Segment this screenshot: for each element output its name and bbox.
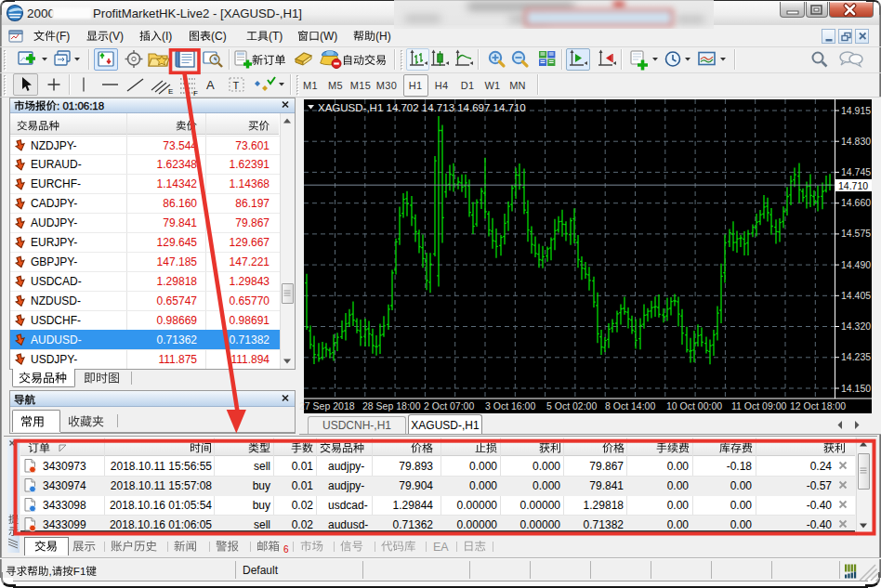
svg-text:F: F — [193, 89, 198, 98]
svg-text:3 Oct 16:00: 3 Oct 16:00 — [485, 400, 535, 412]
svg-text:(I): (I) — [162, 30, 172, 43]
svg-text:14.575: 14.575 — [841, 228, 871, 239]
svg-text:(F): (F) — [56, 30, 70, 43]
svg-text:11 Oct 09:00: 11 Oct 09:00 — [731, 400, 787, 412]
svg-text:(T): (T) — [269, 30, 283, 43]
svg-text:(H): (H) — [375, 30, 391, 43]
svg-text:XAGUSD-,H1 14.702 14.713 14.69: XAGUSD-,H1 14.702 14.713 14.697 14.710 — [318, 102, 526, 113]
svg-text:2 Oct 07:00: 2 Oct 07:00 — [424, 400, 474, 412]
svg-text:8 Oct 14:00: 8 Oct 14:00 — [605, 400, 655, 412]
svg-text:14.490: 14.490 — [841, 259, 871, 270]
svg-text:A: A — [206, 78, 215, 92]
svg-text:14.915: 14.915 — [841, 105, 871, 116]
svg-text:T: T — [233, 80, 240, 91]
svg-text:E: E — [168, 87, 173, 96]
svg-text:10 Oct 00:00: 10 Oct 00:00 — [666, 400, 722, 412]
svg-text:14.830: 14.830 — [841, 136, 871, 147]
svg-text:28 Sep 18:00: 28 Sep 18:00 — [362, 400, 421, 412]
svg-text:14.405: 14.405 — [841, 290, 871, 301]
svg-text:(W): (W) — [320, 30, 337, 43]
svg-text:14.745: 14.745 — [841, 166, 871, 177]
svg-text:27 Sep 2018: 27 Sep 2018 — [299, 400, 355, 412]
svg-text:5 Oct 02:00: 5 Oct 02:00 — [546, 400, 597, 412]
svg-text:F1: F1 — [73, 565, 86, 577]
svg-text:(C): (C) — [211, 30, 227, 43]
svg-text:14.320: 14.320 — [841, 320, 871, 332]
svg-text:: 01:06:18: : 01:06:18 — [57, 100, 104, 111]
svg-text:EA: EA — [433, 541, 449, 554]
svg-text:14.150: 14.150 — [841, 383, 871, 394]
svg-text:12 Oct 18:00: 12 Oct 18:00 — [790, 400, 846, 412]
svg-text:14.235: 14.235 — [841, 351, 871, 362]
svg-text:(V): (V) — [109, 30, 124, 43]
svg-text:14.660: 14.660 — [841, 197, 871, 208]
svg-text:,: , — [48, 565, 51, 577]
svg-text:6: 6 — [283, 544, 289, 555]
